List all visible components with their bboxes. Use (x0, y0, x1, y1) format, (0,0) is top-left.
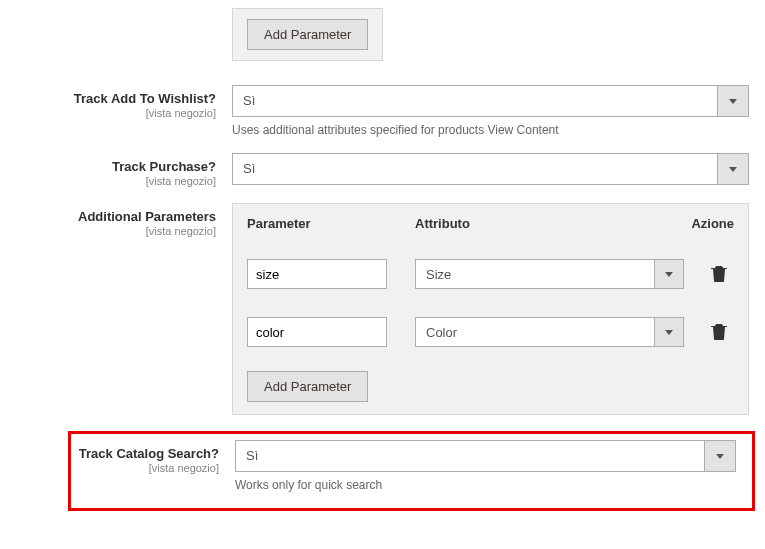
delete-row-button[interactable] (704, 264, 734, 285)
select-track-catalog-search[interactable]: Sì (235, 440, 736, 472)
select-value-wishlist: Sì (232, 85, 717, 117)
header-attribute: Attributo (407, 216, 674, 231)
parameter-name-input[interactable] (247, 317, 387, 347)
parameters-grid: Parameter Attributo Azione Size Color (232, 203, 749, 415)
header-parameter: Parameter (247, 216, 407, 231)
scope-track-catalog-search: [vista negozio] (71, 462, 219, 474)
top-add-parameter-area: Add Parameter (232, 0, 765, 77)
label-track-catalog-search: Track Catalog Search? (71, 446, 219, 461)
field-additional-parameters: Additional Parameters [vista negozio] Pa… (0, 195, 765, 423)
scope-track-purchase: [vista negozio] (0, 175, 216, 187)
attribute-select-value: Color (415, 317, 654, 347)
label-track-wishlist: Track Add To Wishlist? (0, 91, 216, 106)
chevron-down-icon[interactable] (717, 153, 749, 185)
parameter-row: Color (247, 303, 734, 361)
label-track-purchase: Track Purchase? (0, 159, 216, 174)
trash-icon (711, 264, 727, 282)
parameters-grid-header: Parameter Attributo Azione (247, 216, 734, 231)
trash-icon (711, 322, 727, 340)
add-parameter-button[interactable]: Add Parameter (247, 371, 368, 402)
chevron-down-icon[interactable] (717, 85, 749, 117)
help-wishlist: Uses additional attributes specified for… (232, 123, 749, 137)
chevron-down-icon[interactable] (654, 317, 684, 347)
chevron-down-icon[interactable] (654, 259, 684, 289)
delete-row-button[interactable] (704, 322, 734, 343)
chevron-down-icon[interactable] (704, 440, 736, 472)
attribute-select[interactable]: Color (415, 317, 684, 347)
scope-track-wishlist: [vista negozio] (0, 107, 216, 119)
parameter-name-input[interactable] (247, 259, 387, 289)
highlight-box: Track Catalog Search? [vista negozio] Sì… (68, 431, 755, 511)
add-parameter-button-top[interactable]: Add Parameter (247, 19, 368, 50)
field-track-purchase: Track Purchase? [vista negozio] Sì (0, 145, 765, 195)
field-track-catalog-search: Track Catalog Search? [vista negozio] Sì… (71, 440, 752, 500)
header-action: Azione (674, 216, 734, 231)
label-additional-parameters: Additional Parameters (0, 209, 216, 224)
select-value-catalog-search: Sì (235, 440, 704, 472)
attribute-select-value: Size (415, 259, 654, 289)
select-value-purchase: Sì (232, 153, 717, 185)
field-track-wishlist: Track Add To Wishlist? [vista negozio] S… (0, 77, 765, 145)
help-catalog-search: Works only for quick search (235, 478, 736, 492)
scope-additional-parameters: [vista negozio] (0, 225, 216, 237)
select-track-wishlist[interactable]: Sì (232, 85, 749, 117)
parameter-row: Size (247, 245, 734, 303)
select-track-purchase[interactable]: Sì (232, 153, 749, 185)
attribute-select[interactable]: Size (415, 259, 684, 289)
